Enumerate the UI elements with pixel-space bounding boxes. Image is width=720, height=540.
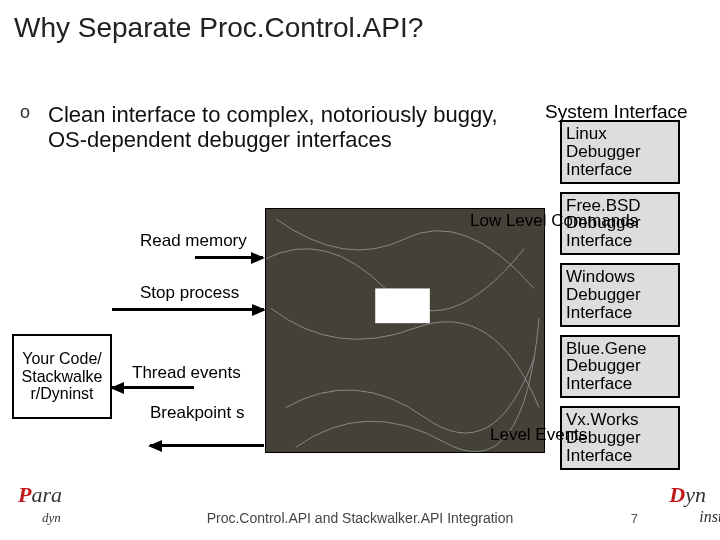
breakpoints-label: Breakpoint s <box>150 404 245 422</box>
footer-title: Proc.Control.API and Stackwalker.API Int… <box>0 510 720 526</box>
level-events-label: Level Events <box>490 426 587 444</box>
stop-process-label: Stop process <box>140 284 239 302</box>
page-number: 7 <box>631 511 638 526</box>
arrow-read-memory <box>195 256 263 259</box>
logo-ara: ara <box>31 482 62 507</box>
debugger-interfaces-column: Linux Debugger Interface Free.BSD Debugg… <box>560 120 680 478</box>
dyninst-logo: Dyn inst <box>669 482 706 534</box>
paradyn-logo: Para dyn <box>18 482 62 534</box>
arrow-breakpoints <box>150 444 264 447</box>
system-interface-label: System Interface <box>545 102 688 122</box>
logo-inst: inst <box>699 508 720 525</box>
tangled-wires-image <box>265 208 545 453</box>
slide-title: Why Separate Proc.Control.API? <box>0 0 720 44</box>
thread-events-label: Thread events <box>132 364 241 382</box>
arrow-stop-process <box>112 308 264 311</box>
bullet-item: o Clean interface to complex, notoriousl… <box>22 102 502 153</box>
slide-footer: Para dyn Proc.Control.API and Stackwalke… <box>0 502 720 540</box>
logo-p: P <box>18 482 31 507</box>
bullet-text: Clean interface to complex, notoriously … <box>22 102 502 153</box>
logo-d: D <box>669 482 685 507</box>
your-code-box: Your Code/ Stackwalke r/Dyninst <box>12 334 112 419</box>
read-memory-label: Read memory <box>140 232 247 250</box>
slide-content: o Clean interface to complex, notoriousl… <box>0 44 720 494</box>
linux-debugger-box: Linux Debugger Interface <box>560 120 680 184</box>
bluegene-debugger-box: Blue.Gene Debugger Interface <box>560 335 680 399</box>
logo-yn: yn <box>685 482 706 507</box>
windows-debugger-box: Windows Debugger Interface <box>560 263 680 327</box>
bullet-marker: o <box>20 102 30 123</box>
arrow-thread-events <box>112 386 194 389</box>
low-level-commands-label: Low Level Commands <box>470 212 638 230</box>
